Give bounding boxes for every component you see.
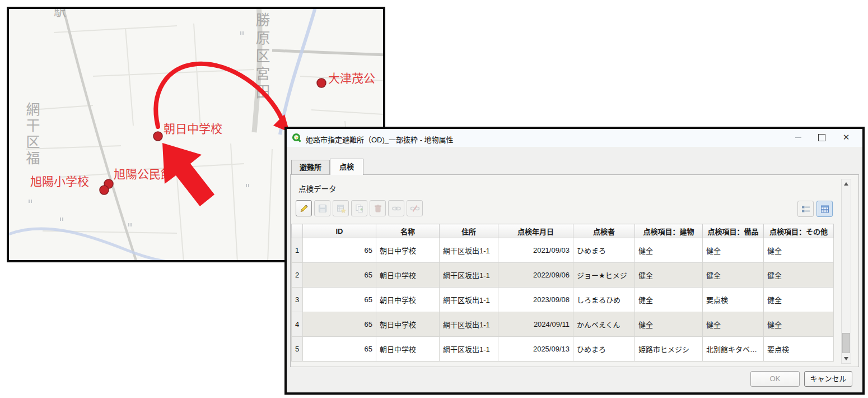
unlink-feature-button[interactable] <box>407 200 423 216</box>
form-view-button[interactable] <box>797 201 814 217</box>
col-header-other[interactable]: 点検項目：その他 <box>764 224 834 238</box>
table-row[interactable]: 2 65 朝日中学校 網干区坂出1-1 2022/09/06 ジョー★ヒメジ 健… <box>292 263 834 288</box>
cell-address[interactable]: 網干区坂出1-1 <box>440 263 498 288</box>
col-header-name[interactable]: 名称 <box>376 224 440 238</box>
cell-name[interactable]: 朝日中学校 <box>376 312 440 337</box>
attributes-dialog: 姫路市指定避難所（OD)_一部抜粋 - 地物属性 ✕ 避難所 点検 点検データ <box>284 127 865 395</box>
scroll-down-icon <box>844 357 848 360</box>
cell-other[interactable]: 健全 <box>764 263 834 288</box>
tab-hinanjo[interactable]: 避難所 <box>291 160 330 174</box>
cell-date[interactable]: 2025/09/13 <box>498 337 573 362</box>
cell-building[interactable]: 健全 <box>635 263 703 288</box>
close-icon: ✕ <box>843 132 850 142</box>
row-number[interactable]: 4 <box>292 312 303 337</box>
table-header-row: ID 名称 住所 点検年月日 点検者 点検項目：建物 点検項目：備品 点検項目：… <box>292 224 834 238</box>
col-header-address[interactable]: 住所 <box>440 224 498 238</box>
cell-date[interactable]: 2024/09/11 <box>498 312 573 337</box>
form-view-icon <box>801 204 811 214</box>
table-view-button[interactable] <box>816 201 833 217</box>
cell-building[interactable]: 健全 <box>635 288 703 312</box>
corner-header[interactable] <box>292 224 303 238</box>
marker-asahi-jhs-dot <box>153 132 162 141</box>
cell-id[interactable]: 65 <box>303 238 376 263</box>
cell-name[interactable]: 朝日中学校 <box>376 238 440 263</box>
cell-date[interactable]: 2023/09/08 <box>498 288 573 312</box>
col-header-inspector[interactable]: 点検者 <box>573 224 635 238</box>
railway-line <box>63 9 137 260</box>
cell-id[interactable]: 65 <box>303 337 376 362</box>
vertical-scrollbar[interactable] <box>841 179 851 364</box>
cell-inspector[interactable]: しろまるひめ <box>573 288 635 312</box>
row-number[interactable]: 5 <box>292 337 303 362</box>
district-label-katsuhara: 勝原区宮田 <box>254 12 269 102</box>
add-child-feature-button[interactable] <box>333 200 349 216</box>
table-row[interactable]: 4 65 朝日中学校 網干区坂出1-1 2024/09/11 かんべえくん 健全… <box>292 312 834 337</box>
col-header-id[interactable]: ID <box>303 224 376 238</box>
scroll-up-icon <box>844 182 848 186</box>
tab-tenken[interactable]: 点検 <box>330 159 363 175</box>
cell-date[interactable]: 2021/09/03 <box>498 238 573 263</box>
cell-name[interactable]: 朝日中学校 <box>376 288 440 312</box>
cell-id[interactable]: 65 <box>303 288 376 312</box>
marker-kyokuyo-es-dot <box>100 186 109 195</box>
cell-name[interactable]: 朝日中学校 <box>376 337 440 362</box>
link-feature-button[interactable] <box>388 200 404 216</box>
minimize-button[interactable] <box>788 129 808 146</box>
inspection-table: ID 名称 住所 点検年月日 点検者 点検項目：建物 点検項目：備品 点検項目：… <box>291 224 833 362</box>
ok-button[interactable]: OK <box>750 371 800 387</box>
row-number[interactable]: 2 <box>292 263 303 288</box>
cell-address[interactable]: 網干区坂出1-1 <box>440 312 498 337</box>
save-icon <box>318 203 328 214</box>
minimize-icon <box>795 137 801 138</box>
cell-other[interactable]: 健全 <box>764 288 834 312</box>
maximize-button[interactable] <box>812 129 831 146</box>
dialog-titlebar[interactable]: 姫路市指定避難所（OD)_一部抜粋 - 地物属性 ✕ <box>287 129 862 147</box>
cell-address[interactable]: 網干区坂出1-1 <box>440 288 498 312</box>
cell-building[interactable]: 健全 <box>635 312 703 337</box>
cell-equipment[interactable]: 健全 <box>703 263 764 288</box>
col-header-equipment[interactable]: 点検項目：備品 <box>703 224 764 238</box>
cell-inspector[interactable]: ジョー★ヒメジ <box>573 263 635 288</box>
table-row[interactable]: 5 65 朝日中学校 網干区坂出1-1 2025/09/13 ひめまろ 姫路市ヒ… <box>292 337 834 362</box>
cell-name[interactable]: 朝日中学校 <box>376 263 440 288</box>
col-header-date[interactable]: 点検年月日 <box>498 224 573 238</box>
scrollbar-thumb[interactable] <box>842 333 850 353</box>
label-otsumo-park: 大津茂公 <box>328 72 375 84</box>
cell-inspector[interactable]: ひめまろ <box>573 337 635 362</box>
cell-equipment[interactable]: 健全 <box>703 312 764 337</box>
add-feature-icon <box>336 203 346 214</box>
cell-address[interactable]: 網干区坂出1-1 <box>440 238 498 263</box>
cell-date[interactable]: 2022/09/06 <box>498 263 573 288</box>
save-edits-button[interactable] <box>314 200 330 216</box>
cell-id[interactable]: 65 <box>303 263 376 288</box>
duplicate-feature-button[interactable] <box>351 200 367 216</box>
table-row[interactable]: 3 65 朝日中学校 網干区坂出1-1 2023/09/08 しろまるひめ 健全… <box>292 288 834 312</box>
toggle-editing-button[interactable] <box>296 200 312 216</box>
link-icon <box>391 203 402 214</box>
cell-building[interactable]: 姫路市ヒメジシ <box>635 337 703 362</box>
col-header-building[interactable]: 点検項目：建物 <box>635 224 703 238</box>
cell-other[interactable]: 要点検 <box>764 337 834 362</box>
cell-equipment[interactable]: 北別館キタベ… <box>703 337 764 362</box>
river-right <box>280 9 316 135</box>
table-view-icon <box>820 204 830 214</box>
delete-feature-button[interactable] <box>370 200 386 216</box>
row-number[interactable]: 3 <box>292 288 303 312</box>
cell-id[interactable]: 65 <box>303 312 376 337</box>
cell-equipment[interactable]: 健全 <box>703 238 764 263</box>
row-number[interactable]: 1 <box>292 238 303 263</box>
cell-inspector[interactable]: ひめまろ <box>573 238 635 263</box>
cell-inspector[interactable]: かんべえくん <box>573 312 635 337</box>
cell-building[interactable]: 健全 <box>635 238 703 263</box>
cancel-button[interactable]: キャンセル <box>804 371 852 387</box>
pencil-icon <box>299 203 309 214</box>
cell-other[interactable]: 健全 <box>764 312 834 337</box>
scroll-down-button[interactable] <box>842 354 851 363</box>
cell-address[interactable]: 網干区坂出1-1 <box>440 337 498 362</box>
cell-equipment[interactable]: 要点検 <box>703 288 764 312</box>
table-row[interactable]: 1 65 朝日中学校 網干区坂出1-1 2021/09/03 ひめまろ 健全 健… <box>292 238 834 263</box>
close-button[interactable]: ✕ <box>837 129 856 146</box>
scroll-up-button[interactable] <box>842 179 851 188</box>
district-label-aboshi: 網干区福 <box>25 102 39 167</box>
cell-other[interactable]: 健全 <box>764 238 834 263</box>
